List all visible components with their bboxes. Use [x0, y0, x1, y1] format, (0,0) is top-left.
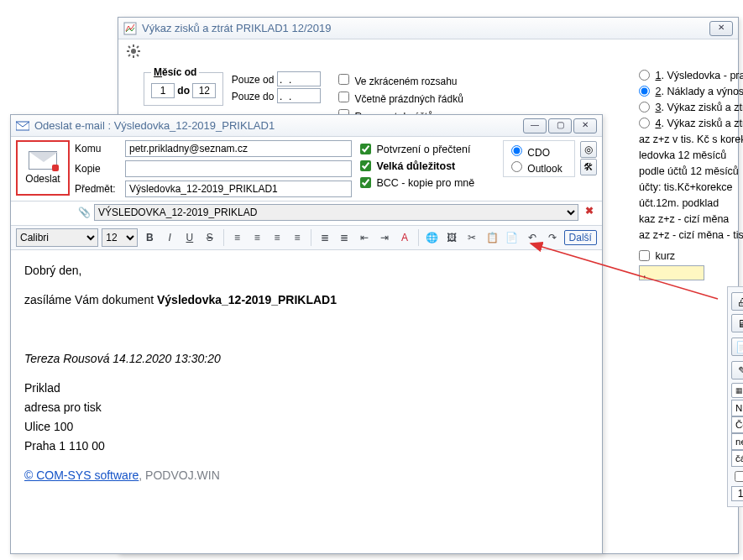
kurz-checkbox[interactable]: kurz [639, 249, 743, 264]
report-type-radios: 1. Výsledovka - pracovní 2. Náklady a vý… [639, 68, 743, 280]
bg-close-button[interactable]: ✕ [709, 21, 733, 36]
subject-label: Předmět: [75, 183, 122, 195]
align-center-button[interactable]: ≡ [249, 228, 265, 247]
attach-icon: 📎 [78, 207, 91, 218]
paste-button[interactable]: 📄 [504, 228, 521, 247]
redo-button[interactable]: ↷ [544, 228, 561, 247]
align-justify-button[interactable]: ≡ [289, 228, 306, 247]
language-select[interactable]: Čeština [731, 416, 743, 433]
lines-select[interactable]: čáry všechny [731, 450, 743, 467]
report-icon [123, 22, 137, 35]
underline-button[interactable]: U [181, 228, 198, 247]
only-from-input[interactable] [277, 71, 321, 86]
ck-bcc[interactable]: BCC - kopie pro mně [357, 175, 498, 191]
screen-button[interactable]: 🖥Obrazovka [731, 314, 743, 332]
envelope-icon [29, 151, 57, 170]
radio-9[interactable]: účt.12m. podklad [639, 196, 743, 212]
italic-button[interactable]: I [161, 228, 178, 247]
radio-4[interactable]: 4. Výkaz zisků a ztrát v tis. Kč [639, 116, 743, 132]
cb-empty[interactable]: Včetně prázdných řádků [335, 89, 463, 105]
format-chips: ▦ PDF W H X [731, 383, 743, 398]
list-bullet-button[interactable]: ≣ [317, 228, 333, 247]
email-title: Odeslat e-mail : Výsledovka_12-2019_PRIK… [34, 119, 275, 132]
email-titlebar: Odeslat e-mail : Výsledovka_12-2019_PRIK… [11, 115, 602, 137]
rd-outlook[interactable]: Outlook [507, 159, 571, 175]
month-range-fieldset: MMěsíc oděsíc od do [144, 66, 223, 106]
indent-button[interactable]: ⇥ [376, 228, 393, 247]
align-left-button[interactable]: ≡ [229, 228, 246, 247]
send-button[interactable]: Odeslat [16, 140, 70, 196]
size-select[interactable]: 12 [102, 228, 138, 247]
kurz-input[interactable]: , [639, 265, 704, 280]
cut-button[interactable]: ✂ [463, 228, 480, 247]
no-dialog-checkbox[interactable]: Bez dialogu [731, 468, 743, 484]
calendar-chip[interactable]: ▦ [731, 383, 743, 398]
output-panel: 🖨Tiskárna 🖥Obrazovka @ 📄Soubor X ✎Úprava… [727, 286, 743, 507]
ck-confirm[interactable]: Potvrzení o přečtení [357, 141, 498, 157]
to-label: Komu [75, 143, 122, 154]
copies-input[interactable] [731, 486, 743, 501]
radio-5[interactable]: az z+z v tis. Kč s korekcí [639, 132, 743, 148]
tools-icon[interactable]: 🛠 [580, 159, 597, 175]
svg-line-8 [128, 55, 130, 56]
email-min-button[interactable]: — [523, 118, 547, 133]
edit-report-button[interactable]: ✎Úprava repor [731, 361, 743, 379]
rd-cdo[interactable]: CDO [507, 143, 571, 159]
svg-point-1 [131, 49, 136, 54]
target-icon[interactable]: ◎ [580, 141, 597, 158]
svg-line-9 [137, 46, 139, 48]
radio-1[interactable]: 1. Výsledovka - pracovní [639, 68, 743, 84]
align-right-button[interactable]: ≡ [269, 228, 285, 247]
month-from-input[interactable] [151, 83, 175, 98]
outdent-button[interactable]: ⇤ [356, 228, 373, 247]
remove-attachment-icon[interactable]: ✖ [582, 205, 597, 220]
font-select[interactable]: Calibri [16, 228, 98, 247]
svg-line-6 [128, 46, 130, 48]
copy-button[interactable]: 📋 [484, 228, 500, 247]
radio-2[interactable]: 2. Náklady a výnosy podle účtů [639, 84, 743, 100]
email-max-button[interactable]: ▢ [548, 118, 572, 133]
radio-11[interactable]: az z+z - cizí měna - tisíce [639, 228, 743, 243]
bg-title: Výkaz zisků a ztrát PRIKLAD1 12/2019 [142, 22, 331, 34]
radio-3[interactable]: 3. Výkaz zisků a ztrát v Kč [639, 100, 743, 116]
file-button[interactable]: 📄Soubor [731, 338, 743, 356]
only-to-input[interactable] [277, 88, 321, 103]
image-button[interactable]: 🖼 [444, 228, 461, 247]
svg-line-7 [137, 55, 139, 56]
email-window: Odeslat e-mail : Výsledovka_12-2019_PRIK… [10, 114, 603, 554]
radio-7[interactable]: podle účtů 12 měsíců [639, 164, 743, 180]
gear-icon[interactable] [127, 44, 140, 58]
only-to-label: Pouze do [232, 91, 275, 102]
printer-select[interactable]: NPIC7C8F7 (HP Lase [731, 400, 743, 416]
format-select[interactable]: neměnit formát [731, 433, 743, 450]
attachment-select[interactable]: VÝSLEDOVKA_12-2019_PRIKLAD [94, 204, 578, 221]
radio-10[interactable]: kaz z+z - cizí měna [639, 212, 743, 228]
cc-input[interactable] [125, 160, 352, 177]
undo-button[interactable]: ↶ [524, 228, 541, 247]
font-color-button[interactable]: A [396, 228, 413, 247]
strike-button[interactable]: S [201, 228, 218, 247]
link-button[interactable]: 🌐 [424, 228, 441, 247]
ck-important[interactable]: Velká důležitost [357, 158, 498, 174]
email-body[interactable]: Dobrý den, zasíláme Vám dokument Výsledo… [11, 250, 602, 560]
month-to-input[interactable] [192, 83, 216, 98]
bold-button[interactable]: B [141, 228, 158, 247]
radio-8[interactable]: účty: tis.Kč+korekce [639, 180, 743, 196]
radio-6[interactable]: ledovka 12 měsíců [639, 148, 743, 164]
email-close-button[interactable]: ✕ [573, 118, 597, 133]
cc-label: Kopie [75, 163, 122, 175]
subject-input[interactable] [125, 181, 352, 197]
signature-line: Tereza Rousová 14.12.2020 13:30:20 [24, 352, 221, 365]
bg-titlebar: Výkaz zisků a ztrát PRIKLAD1 12/2019 ✕ [118, 18, 738, 39]
cb-short[interactable]: Ve zkráceném rozsahu [335, 71, 463, 87]
list-number-button[interactable]: ≣ [337, 228, 353, 247]
printer-button[interactable]: 🖨Tiskárna [731, 292, 743, 311]
mail-window-icon [16, 119, 29, 133]
comsys-link[interactable]: © COM-SYS software [24, 468, 139, 482]
only-from-label: Pouze od [232, 74, 275, 86]
editor-toolbar: Calibri 12 B I U S ≡ ≡ ≡ ≡ ≣ ≣ ⇤ ⇥ A 🌐 🖼… [11, 225, 602, 250]
more-button[interactable]: Další [564, 230, 597, 245]
to-input[interactable] [125, 140, 352, 157]
